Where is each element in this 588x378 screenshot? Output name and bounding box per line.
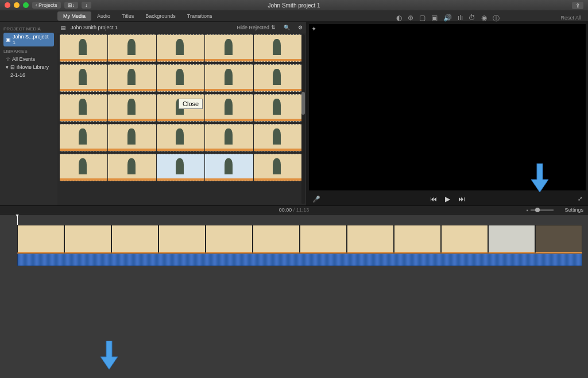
filmstrip-row[interactable]	[60, 64, 301, 92]
timeline-clip[interactable]	[158, 225, 206, 254]
clip-size-icon: ▪	[526, 207, 528, 213]
audio-track[interactable]	[17, 254, 582, 266]
clip-thumbnail[interactable]	[254, 34, 301, 62]
download-button[interactable]: ↓	[82, 2, 91, 9]
clip-thumbnail[interactable]	[254, 94, 301, 122]
timeline-clip[interactable]	[111, 225, 158, 254]
clip-thumbnail[interactable]	[108, 124, 156, 151]
star-icon: ☆	[6, 56, 10, 62]
tab-backgrounds[interactable]: Backgrounds	[140, 11, 181, 21]
clip-thumbnail[interactable]	[205, 94, 253, 122]
tab-my-media[interactable]: My Media	[57, 11, 91, 21]
tooltip-close: Close	[179, 99, 203, 109]
clip-thumbnail[interactable]	[157, 64, 204, 92]
filmstrip-row[interactable]	[60, 154, 301, 181]
download-icon: ↓	[85, 2, 88, 8]
share-icon: ⇪	[575, 2, 580, 9]
clip-thumbnail[interactable]	[60, 154, 107, 181]
date-label: 2-1-16	[10, 72, 25, 78]
playback-controls: ⏮ ▶ ⏭ ⤢	[307, 193, 588, 205]
annotation-arrow	[528, 163, 551, 192]
play-button[interactable]: ▶	[445, 195, 450, 203]
clip-thumbnail[interactable]	[60, 34, 107, 62]
clip-thumbnail[interactable]	[108, 64, 156, 92]
prev-button[interactable]: ⏮	[430, 195, 437, 203]
clip-thumbnail[interactable]	[205, 64, 253, 92]
voiceover-mic-icon[interactable]: 🎤	[312, 196, 320, 203]
timeline-clip[interactable]	[488, 225, 535, 254]
clip-thumbnail[interactable]	[205, 124, 253, 151]
media-tabs-row: My Media Audio Titles Backgrounds Transi…	[0, 10, 588, 22]
tab-transitions[interactable]: Transitions	[181, 11, 218, 21]
clip-thumbnail[interactable]	[60, 94, 107, 122]
tab-audio[interactable]: Audio	[91, 11, 116, 21]
zoom-control: ▪	[526, 207, 554, 213]
timeline-clip[interactable]	[441, 225, 488, 254]
browser-scrollbar[interactable]	[301, 34, 305, 204]
sidebar: PROJECT MEDIA ▣ John S...project 1 LIBRA…	[0, 22, 57, 205]
project-media-header: PROJECT MEDIA	[3, 26, 54, 32]
next-button[interactable]: ⏭	[458, 195, 465, 203]
hide-rejected-dropdown[interactable]: Hide Rejected ⇅	[237, 25, 276, 30]
timeline-clip[interactable]	[64, 225, 111, 254]
maximize-window-icon[interactable]	[23, 2, 29, 8]
gear-icon[interactable]: ⚙	[298, 25, 303, 30]
zoom-slider[interactable]	[531, 209, 554, 211]
current-time: 00:00	[279, 207, 292, 213]
import-media-button[interactable]: ⊞↓	[64, 2, 79, 9]
disclosure-triangle-icon[interactable]: ▾	[6, 64, 9, 70]
timeline-timecode: 00:00 / 11:13	[279, 207, 310, 213]
clip-thumbnail[interactable]	[108, 34, 156, 62]
timeline-clip[interactable]	[253, 225, 300, 254]
sidebar-item-date[interactable]: 2-1-16	[3, 71, 54, 79]
enhance-wand-icon[interactable]: ✦	[311, 25, 316, 33]
hide-rejected-label: Hide Rejected	[237, 25, 269, 30]
timeline-clip[interactable]	[300, 225, 347, 254]
sidebar-item-project[interactable]: ▣ John S...project 1	[3, 33, 54, 46]
clip-thumbnail[interactable]	[205, 154, 253, 181]
library-icon: ⊟	[10, 64, 15, 70]
timeline-clip[interactable]	[347, 225, 394, 254]
sidebar-item-library[interactable]: ▾ ⊟ iMovie Library	[3, 63, 54, 71]
minimize-window-icon[interactable]	[14, 2, 20, 8]
clip-thumbnail[interactable]	[157, 154, 204, 181]
titlebar: ‹ Projects ⊞↓ ↓ John Smith project 1 ⇪	[0, 0, 588, 10]
timeline-settings-button[interactable]: Settings	[564, 207, 583, 213]
audio-waveform	[18, 254, 582, 266]
clip-thumbnail[interactable]	[60, 64, 107, 92]
fullscreen-icon[interactable]: ⤢	[578, 196, 582, 202]
reset-all-button[interactable]: Reset All	[560, 15, 581, 21]
timeline-header: 00:00 / 11:13 ▪ Settings	[0, 205, 588, 215]
window-controls	[0, 2, 29, 8]
share-button[interactable]: ⇪	[572, 2, 583, 9]
filmstrip-row[interactable]	[60, 124, 301, 151]
clip-thumbnail[interactable]	[254, 124, 301, 151]
list-view-icon[interactable]: ▤	[61, 25, 66, 30]
project-icon: ▣	[6, 37, 11, 42]
timeline[interactable]	[0, 215, 588, 378]
media-browser: ▤ John Smith project 1 Hide Rejected ⇅ 🔍…	[57, 22, 307, 205]
sidebar-item-all-events[interactable]: ☆ All Events	[3, 55, 54, 63]
timeline-clip[interactable]	[394, 225, 441, 254]
clip-thumbnail[interactable]	[254, 154, 301, 181]
clip-thumbnail[interactable]	[108, 94, 156, 122]
clip-thumbnail[interactable]	[108, 154, 156, 181]
annotation-arrow	[98, 341, 121, 369]
clip-thumbnail[interactable]	[157, 124, 204, 151]
import-icon: ⊞↓	[68, 2, 75, 8]
search-icon[interactable]: 🔍	[284, 25, 290, 30]
video-track[interactable]	[17, 225, 582, 254]
filmstrip-row[interactable]	[60, 34, 301, 62]
duration: 11:13	[296, 207, 310, 213]
close-window-icon[interactable]	[5, 2, 10, 8]
tab-titles[interactable]: Titles	[116, 11, 140, 21]
timeline-clip[interactable]	[17, 225, 64, 254]
clip-thumbnail[interactable]	[205, 34, 253, 62]
clip-thumbnail[interactable]	[157, 34, 204, 62]
clip-thumbnail[interactable]	[254, 64, 301, 92]
timeline-clip[interactable]	[535, 225, 582, 254]
timeline-clip[interactable]	[206, 225, 253, 254]
filmstrip-area[interactable]	[57, 33, 306, 205]
clip-thumbnail[interactable]	[60, 124, 107, 151]
back-projects-button[interactable]: ‹ Projects	[32, 2, 61, 9]
